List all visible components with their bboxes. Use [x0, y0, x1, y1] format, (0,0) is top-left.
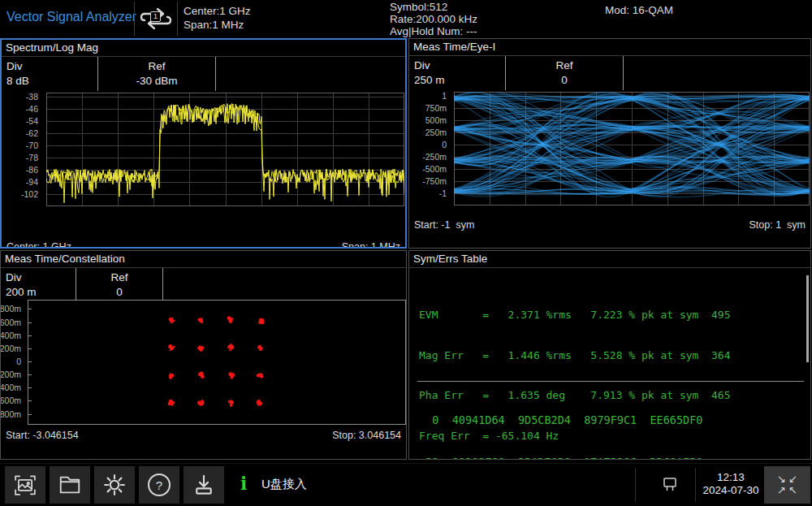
y-tick-label: 200m [0, 344, 21, 353]
arrow-nw: ↖ [788, 485, 799, 496]
avg-hold-num: Avg|Hold Num: --- [390, 25, 477, 37]
y-tick-label: 250m [425, 128, 447, 137]
y-tick-label: 750m [425, 103, 447, 113]
spectrum-span-readout: Span: 1 MHz [313, 240, 400, 249]
y-tick-label: -102 [21, 189, 38, 199]
y-tick-label: -94 [26, 177, 38, 187]
div-label: Div [6, 270, 71, 285]
y-tick-label: -62 [26, 128, 38, 138]
ref-value[interactable]: -30 dBm [103, 74, 210, 89]
ref-value[interactable]: 0 [81, 285, 158, 300]
y-tick-label: 0 [16, 357, 21, 366]
y-tick-label: 400m [0, 331, 21, 340]
symerrs-divider [417, 381, 804, 382]
download-icon [192, 473, 216, 497]
ref-value[interactable]: 0 [511, 73, 618, 88]
span-freq: Span:1 MHz [184, 18, 251, 32]
clock-display: 12:13 2024-07-30 [698, 471, 763, 497]
div-value[interactable]: 200 m [6, 285, 71, 300]
y-tick-label: 0 [442, 140, 447, 149]
constellation-div-block[interactable]: Div 200 m [1, 268, 76, 302]
folder-icon [58, 473, 82, 497]
freq-readout: Center:1 GHz Span:1 MHz [184, 4, 251, 32]
save-button[interactable] [184, 466, 224, 504]
arrow-ne: ↗ [776, 485, 788, 496]
spectrum-settings-spacer [215, 57, 405, 91]
help-button[interactable]: ? [139, 466, 179, 504]
eye-panel[interactable]: Meas Time/Eye-I Div 250 m Ref 0 1750m500… [408, 38, 811, 249]
spectrum-div-block[interactable]: Div 8 dB [2, 57, 97, 91]
constellation-panel[interactable]: Meas Time/Constellation Div 200 m Ref 0 … [0, 250, 407, 460]
usb-status-text: U盘接入 [261, 477, 307, 492]
eye-footer: Start: -1 sym Stop: 1 sym [414, 218, 806, 231]
screenshot-icon [13, 473, 37, 497]
eye-div-block[interactable]: Div 250 m [409, 56, 505, 90]
y-tick-label: 500m [425, 115, 447, 125]
repeat-count-label: 1 [150, 11, 161, 22]
y-tick-label: -54 [26, 116, 38, 126]
spectrum-footer: Center: 1 GHz RBW: 1.227 kHz Span: 1 MHz… [6, 214, 400, 249]
y-tick-label: 1 [442, 91, 447, 101]
y-tick-label: -500m [422, 164, 447, 174]
collapse-view-button[interactable]: ↘ ↙ ↗ ↖ [764, 466, 810, 504]
y-tick-label: -800m [0, 409, 21, 419]
y-tick-label: -38 [26, 92, 38, 102]
info-icon: i [240, 473, 247, 494]
eye-settings-row: Div 250 m Ref 0 [409, 56, 810, 90]
repeat-once-icon[interactable]: 1 [138, 6, 174, 31]
ref-label: Ref [103, 59, 210, 74]
div-label: Div [6, 59, 93, 74]
y-tick-label: -600m [0, 396, 21, 405]
constellation-footer: Start: -3.046154 Stop: 3.046154 [6, 429, 401, 442]
eye-ref-block[interactable]: Ref 0 [505, 56, 623, 90]
ref-label: Ref [511, 58, 618, 73]
taskbar-divider [635, 468, 636, 502]
top-bar: Vector Signal Analyzer 1 Center:1 GHz Sp… [0, 0, 812, 37]
collapse-icon: ↘ ↙ ↗ ↖ [776, 474, 799, 496]
center-freq: Center:1 GHz [184, 4, 251, 18]
spectrum-panel-title: Spectrum/Log Mag [2, 40, 405, 57]
y-tick-label: -400m [0, 383, 21, 392]
arrow-sw: ↙ [788, 474, 799, 485]
gear-icon [102, 473, 127, 497]
spectrum-y-axis-labels: -38-46-54-62-70-78-86-94-102 [2, 93, 43, 206]
constellation-stop-readout: Stop: 3.046154 [332, 429, 401, 442]
sym-errs-panel-title: Sym/Errs Table [409, 251, 810, 268]
eye-panel-title: Meas Time/Eye-I [409, 39, 810, 56]
symbol-count: Symbol:512 [390, 1, 477, 13]
y-tick-label: -250m [422, 152, 447, 162]
screenshot-button[interactable] [5, 466, 45, 504]
app-title[interactable]: Vector Signal Analyzer [6, 10, 136, 24]
evm-line: EVM = 2.371 %rms 7.223 % pk at sym 495 [419, 309, 731, 322]
disk-icon [659, 474, 680, 499]
div-value[interactable]: 250 m [414, 73, 500, 88]
date-text: 2024-07-30 [698, 484, 763, 497]
constellation-ref-block[interactable]: Ref 0 [76, 268, 162, 302]
help-icon: ? [148, 474, 171, 496]
symbol-readout: Symbol:512 Rate:200.000 kHz Avg|Hold Num… [390, 1, 477, 37]
spectrum-panel[interactable]: Spectrum/Log Mag Div 8 dB Ref -30 dBm -3… [0, 38, 407, 249]
y-tick-label: -200m [0, 370, 21, 379]
div-value[interactable]: 8 dB [6, 74, 93, 89]
arrow-se: ↘ [776, 474, 788, 485]
vsa-screen: Vector Signal Analyzer 1 Center:1 GHz Sp… [0, 0, 812, 506]
file-manager-button[interactable] [50, 466, 90, 504]
spectrum-ref-block[interactable]: Ref -30 dBm [97, 57, 215, 91]
constellation-panel-title: Meas Time/Constellation [1, 251, 406, 268]
spectrum-center-readout: Center: 1 GHz [6, 240, 81, 249]
hex-row: 32 80382F88 3BAD70B8 17A7B396 DDC8AFB0 [419, 456, 703, 460]
settings-button[interactable] [94, 466, 135, 504]
y-tick-label: -70 [26, 141, 38, 150]
modulation-readout: Mod: 16-QAM [605, 4, 673, 16]
y-tick-label: -86 [26, 165, 38, 175]
constellation-settings-spacer [162, 268, 406, 302]
constellation-settings-row: Div 200 m Ref 0 [1, 268, 406, 302]
hex-row: 0 40941D64 9D5CB2D4 8979F9C1 EE665DF0 [419, 413, 703, 427]
question-glyph: ? [156, 478, 162, 492]
symerrs-scrollbar[interactable] [806, 275, 809, 362]
constellation-plot-frame [28, 300, 406, 425]
sym-errs-panel[interactable]: Sym/Errs Table EVM = 2.371 %rms 7.223 % … [408, 250, 811, 460]
spectrum-plot [46, 93, 404, 206]
y-tick-label: -1 [439, 188, 447, 198]
time-text: 12:13 [698, 471, 763, 484]
